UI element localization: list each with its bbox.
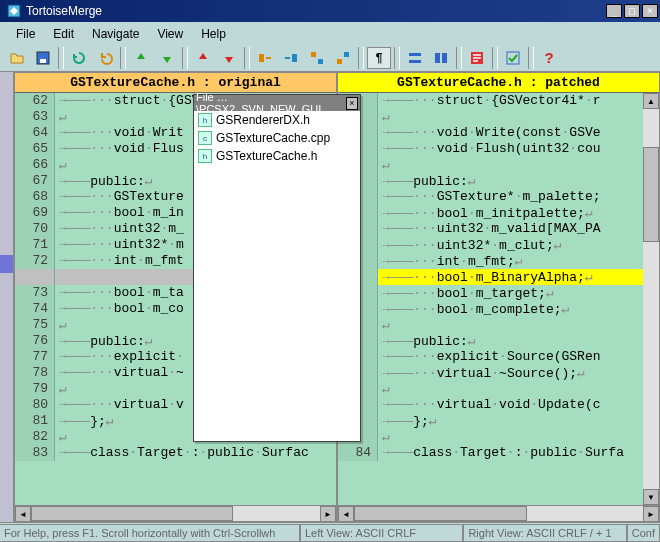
- code-line[interactable]: ↵: [338, 381, 643, 397]
- code-line[interactable]: →———public:↵: [338, 173, 643, 189]
- code-line[interactable]: →———···bool·m_initpalette;↵: [338, 205, 643, 221]
- reload-icon[interactable]: [67, 47, 91, 69]
- code-line[interactable]: →———···void·Write(const·GSVe: [338, 125, 643, 141]
- two-pane-icon[interactable]: [429, 47, 453, 69]
- app-icon: [6, 3, 22, 19]
- svg-rect-7: [344, 52, 349, 57]
- svg-rect-14: [507, 52, 519, 64]
- file-icon: h: [198, 113, 212, 127]
- right-pane: GSTextureCache.h : patched →———···struct…: [337, 72, 660, 522]
- menu-edit[interactable]: Edit: [45, 25, 82, 43]
- svg-rect-6: [318, 59, 323, 64]
- left-horizontal-scrollbar[interactable]: ◄►: [15, 505, 336, 521]
- window-title: TortoiseMerge: [26, 4, 606, 18]
- code-line[interactable]: →———···explicit·Source(GSRen: [338, 349, 643, 365]
- locator-bar[interactable]: [0, 72, 14, 522]
- use-right-icon[interactable]: [279, 47, 303, 69]
- popup-file-item[interactable]: hGSTextureCache.h: [194, 147, 360, 165]
- use-left-first-icon[interactable]: [305, 47, 329, 69]
- svg-rect-12: [442, 53, 447, 63]
- inline-diff-icon[interactable]: [403, 47, 427, 69]
- save-icon[interactable]: [31, 47, 55, 69]
- svg-rect-3: [259, 54, 264, 62]
- file-name-label: GSTextureCache.cpp: [216, 131, 330, 145]
- code-line[interactable]: →———···bool·m_BinaryAlpha;↵: [338, 269, 643, 285]
- file-icon: h: [198, 149, 212, 163]
- svg-rect-2: [40, 59, 46, 63]
- next-conflict-icon[interactable]: [217, 47, 241, 69]
- prev-diff-icon[interactable]: [129, 47, 153, 69]
- right-code-area[interactable]: →———···struct·{GSVector4i*·r↵→———···void…: [338, 93, 643, 505]
- code-line[interactable]: →———···uint32*·m_clut;↵: [338, 237, 643, 253]
- code-line[interactable]: ↵: [338, 109, 643, 125]
- code-line[interactable]: →———···GSTexture*·m_palette;: [338, 189, 643, 205]
- file-icon: c: [198, 131, 212, 145]
- code-line[interactable]: →———···void·Flush(uint32·cou: [338, 141, 643, 157]
- popup-body: hGSRendererDX.hcGSTextureCache.cpphGSTex…: [194, 111, 360, 441]
- menubar: File Edit Navigate View Help: [0, 22, 660, 44]
- code-line[interactable]: →———···struct·{GSVector4i*·r: [338, 93, 643, 109]
- code-line[interactable]: ↵: [338, 429, 643, 445]
- popup-file-item[interactable]: cGSTextureCache.cpp: [194, 129, 360, 147]
- right-horizontal-scrollbar[interactable]: ◄►: [338, 505, 659, 521]
- svg-rect-9: [409, 53, 421, 56]
- statusbar: For Help, press F1. Scroll horizontally …: [0, 522, 660, 542]
- toolbar: ¶ ?: [0, 44, 660, 72]
- use-right-first-icon[interactable]: [331, 47, 355, 69]
- next-diff-icon[interactable]: [155, 47, 179, 69]
- minimize-button[interactable]: _: [606, 4, 622, 18]
- menu-view[interactable]: View: [149, 25, 191, 43]
- file-name-label: GSTextureCache.h: [216, 149, 317, 163]
- menu-file[interactable]: File: [8, 25, 43, 43]
- status-conflicts: Conf: [627, 524, 660, 542]
- svg-rect-11: [435, 53, 440, 63]
- menu-navigate[interactable]: Navigate: [84, 25, 147, 43]
- code-line[interactable]: →———···bool·m_target;↵: [338, 285, 643, 301]
- prev-conflict-icon[interactable]: [191, 47, 215, 69]
- code-line[interactable]: →———};↵: [338, 413, 643, 429]
- code-line[interactable]: ↵: [338, 157, 643, 173]
- code-line[interactable]: ↵: [338, 317, 643, 333]
- svg-rect-5: [311, 52, 316, 57]
- status-right-view: Right View: ASCII CRLF / + 1: [463, 524, 626, 542]
- svg-rect-8: [337, 59, 342, 64]
- code-line[interactable]: 84→———class·Target·:·public·Surfa: [338, 445, 643, 461]
- undo-icon[interactable]: [93, 47, 117, 69]
- mark-resolved-icon[interactable]: [501, 47, 525, 69]
- menu-help[interactable]: Help: [193, 25, 234, 43]
- vertical-scrollbar[interactable]: ▲ ▼: [643, 93, 659, 505]
- popup-close-icon[interactable]: ×: [346, 97, 358, 110]
- use-left-icon[interactable]: [253, 47, 277, 69]
- popup-titlebar[interactable]: File …\PCSX2_SVN_NEW_GUI ×: [194, 95, 360, 111]
- open-icon[interactable]: [5, 47, 29, 69]
- code-line[interactable]: →———public:↵: [338, 333, 643, 349]
- help-icon[interactable]: ?: [537, 47, 561, 69]
- svg-rect-4: [292, 54, 297, 62]
- code-line[interactable]: →———···virtual·void·Update(c: [338, 397, 643, 413]
- code-line[interactable]: →———···int·m_fmt;↵: [338, 253, 643, 269]
- right-pane-title: GSTextureCache.h : patched: [338, 73, 659, 93]
- code-line[interactable]: →———···virtual·~Source();↵: [338, 365, 643, 381]
- status-help: For Help, press F1. Scroll horizontally …: [0, 524, 300, 542]
- titlebar: TortoiseMerge _ □ ×: [0, 0, 660, 22]
- show-whitespace-icon[interactable]: ¶: [367, 47, 391, 69]
- status-left-view: Left View: ASCII CRLF: [300, 524, 463, 542]
- maximize-button[interactable]: □: [624, 4, 640, 18]
- code-line[interactable]: →———···bool·m_complete;↵: [338, 301, 643, 317]
- left-pane-title: GSTextureCache.h : original: [15, 73, 336, 93]
- code-line[interactable]: 83→———class·Target·:·public·Surfac: [15, 445, 336, 461]
- close-button[interactable]: ×: [642, 4, 658, 18]
- svg-rect-10: [409, 60, 421, 63]
- wrap-lines-icon[interactable]: [465, 47, 489, 69]
- file-list-popup: File …\PCSX2_SVN_NEW_GUI × hGSRendererDX…: [193, 94, 361, 442]
- popup-title-text: File …\PCSX2_SVN_NEW_GUI: [196, 91, 346, 115]
- file-name-label: GSRendererDX.h: [216, 113, 310, 127]
- code-line[interactable]: →———···uint32·m_valid[MAX_PA: [338, 221, 643, 237]
